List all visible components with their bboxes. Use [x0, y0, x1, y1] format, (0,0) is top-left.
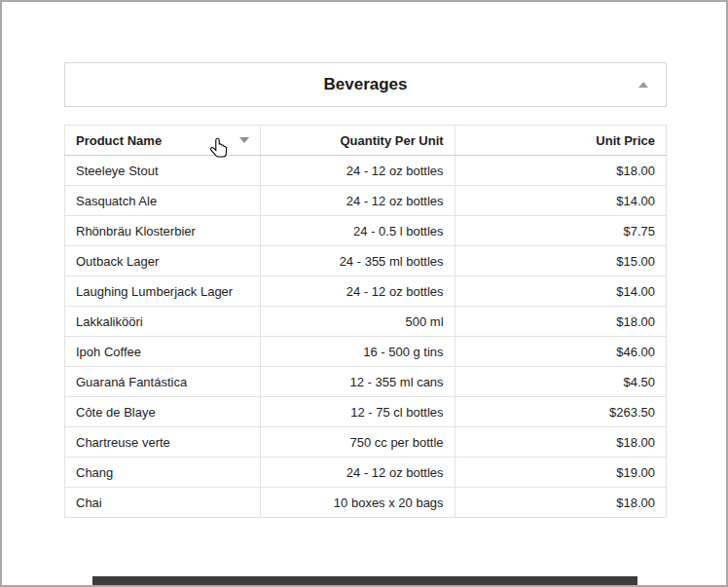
table-row[interactable]: Laughing Lumberjack Lager24 - 12 oz bott…: [65, 276, 667, 307]
grid-cell[interactable]: Lakkalikööri: [65, 307, 261, 337]
grid-cell[interactable]: 24 - 12 oz bottles: [260, 156, 455, 186]
grid-cell[interactable]: 24 - 12 oz bottles: [260, 276, 455, 307]
table-row[interactable]: Outback Lager24 - 355 ml bottles$15.00: [65, 246, 667, 276]
grid-cell[interactable]: Côte de Blaye: [65, 397, 261, 427]
column-header-unit-price[interactable]: Unit Price: [455, 126, 666, 156]
grid-cell[interactable]: $14.00: [455, 276, 666, 307]
beverages-grid: Product Name Quantity Per Unit Unit Pric…: [64, 125, 667, 518]
grid-cell[interactable]: 24 - 0.5 l bottles: [260, 216, 455, 246]
grid-table: Product Name Quantity Per Unit Unit Pric…: [64, 125, 667, 518]
grid-cell[interactable]: 24 - 355 ml bottles: [260, 246, 455, 276]
grid-cell[interactable]: Rhönbräu Klosterbier: [65, 216, 261, 246]
grid-cell[interactable]: 10 boxes x 20 bags: [260, 488, 455, 518]
table-row[interactable]: Rhönbräu Klosterbier24 - 0.5 l bottles$7…: [65, 216, 667, 246]
grid-cell[interactable]: $7.75: [455, 216, 666, 246]
grid-cell[interactable]: $18.00: [455, 307, 666, 337]
grid-cell[interactable]: $15.00: [455, 246, 666, 276]
grid-cell[interactable]: Ipoh Coffee: [65, 337, 261, 367]
table-row[interactable]: Sasquatch Ale24 - 12 oz bottles$14.00: [65, 186, 667, 216]
grid-cell[interactable]: 500 ml: [260, 307, 455, 337]
chevron-up-icon: [638, 82, 648, 88]
grid-cell[interactable]: Laughing Lumberjack Lager: [65, 276, 261, 307]
column-header-product-name[interactable]: Product Name: [65, 126, 261, 156]
grid-cell[interactable]: $46.00: [455, 337, 666, 367]
grid-cell[interactable]: $263.50: [455, 397, 666, 427]
grid-cell[interactable]: 12 - 75 cl bottles: [260, 397, 455, 427]
table-row[interactable]: Côte de Blaye12 - 75 cl bottles$263.50: [65, 397, 667, 427]
column-header-label: Product Name: [76, 133, 162, 148]
grid-cell[interactable]: $19.00: [455, 458, 666, 488]
grid-cell[interactable]: 24 - 12 oz bottles: [260, 186, 455, 216]
header-row: Product Name Quantity Per Unit Unit Pric…: [65, 126, 667, 156]
table-row[interactable]: Chang24 - 12 oz bottles$19.00: [65, 458, 667, 488]
grid-cell[interactable]: Chartreuse verte: [65, 427, 261, 458]
grid-cell[interactable]: Chai: [65, 488, 261, 518]
grid-cell[interactable]: Guaraná Fantástica: [65, 367, 261, 397]
panel-title: Beverages: [323, 75, 407, 94]
grid-cell[interactable]: 750 cc per bottle: [260, 427, 455, 458]
grid-body: Steeleye Stout24 - 12 oz bottles$18.00Sa…: [65, 156, 667, 518]
table-row[interactable]: Chai10 boxes x 20 bags$18.00: [65, 488, 667, 518]
grid-cell[interactable]: 24 - 12 oz bottles: [260, 458, 455, 488]
grid-cell[interactable]: 16 - 500 g tins: [260, 337, 455, 367]
collapse-panel-button[interactable]: [635, 76, 652, 93]
background-window-edge: [92, 576, 637, 585]
grid-cell[interactable]: Chang: [65, 458, 261, 488]
grid-cell[interactable]: $18.00: [455, 488, 666, 518]
table-row[interactable]: Guaraná Fantástica12 - 355 ml cans$4.50: [65, 367, 667, 397]
grid-cell[interactable]: 12 - 355 ml cans: [260, 367, 455, 397]
column-header-quantity-per-unit[interactable]: Quantity Per Unit: [260, 126, 455, 156]
grid-cell[interactable]: $4.50: [455, 367, 666, 397]
beverages-panel-header[interactable]: Beverages: [64, 62, 667, 107]
app-window: { "panel": { "title": "Beverages", "coll…: [0, 0, 728, 587]
grid-cell[interactable]: Steeleye Stout: [65, 156, 261, 186]
grid-cell[interactable]: $18.00: [455, 427, 666, 458]
table-row[interactable]: Ipoh Coffee16 - 500 g tins$46.00: [65, 337, 667, 367]
sort-descending-icon[interactable]: [239, 137, 249, 143]
grid-cell[interactable]: Outback Lager: [65, 246, 261, 276]
table-row[interactable]: Chartreuse verte750 cc per bottle$18.00: [65, 427, 667, 458]
table-row[interactable]: Lakkalikööri500 ml$18.00: [65, 307, 667, 337]
grid-cell[interactable]: $14.00: [455, 186, 666, 216]
table-row[interactable]: Steeleye Stout24 - 12 oz bottles$18.00: [65, 156, 667, 186]
grid-cell[interactable]: Sasquatch Ale: [65, 186, 261, 216]
grid-cell[interactable]: $18.00: [455, 156, 666, 186]
